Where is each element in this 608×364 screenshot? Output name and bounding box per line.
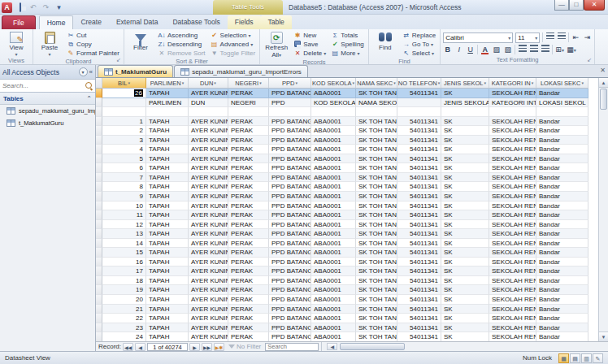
cell[interactable]: PERAK (228, 314, 269, 323)
cell[interactable]: TAPAH (146, 220, 189, 230)
bullets-icon[interactable] (545, 32, 554, 42)
row-selector[interactable] (96, 248, 102, 258)
record-search-input[interactable] (265, 343, 319, 351)
row-selector[interactable] (96, 229, 102, 239)
cell[interactable]: SEKOLAH REND (489, 258, 536, 267)
column-dropdown-icon[interactable]: ▾ (438, 80, 441, 85)
cell[interactable]: AYER KUNING (189, 192, 228, 202)
cell[interactable]: PERAK (228, 276, 269, 286)
cell[interactable]: TAPAH (146, 276, 189, 286)
row-selector[interactable] (96, 98, 102, 108)
nav-item-table[interactable]: t_MaklumatGuru (0, 117, 95, 129)
cell[interactable]: DUN (189, 98, 228, 108)
cell[interactable]: SEKOLAH REND (489, 192, 536, 202)
shutter-bar-close-icon[interactable]: « (89, 68, 93, 76)
cell[interactable]: SK TOH TANDE (356, 210, 397, 220)
cell[interactable]: 54011341 (397, 266, 441, 276)
cell[interactable]: SK TOH TANDE (356, 163, 397, 173)
section-collapse-icon[interactable]: ⌃ (86, 95, 92, 102)
cell[interactable]: LOKASI SEKOL (536, 98, 588, 108)
cell[interactable]: Bandar (536, 182, 588, 192)
cell[interactable]: Bandar (536, 295, 588, 305)
cell[interactable]: 8 (102, 182, 146, 192)
cell[interactable]: Bandar (536, 117, 588, 127)
scroll-left-icon[interactable]: ◀ (327, 343, 337, 350)
cell[interactable] (228, 107, 269, 117)
gridlines-icon[interactable]: ⊞▾ (555, 45, 564, 54)
cell[interactable]: ABA0001 (311, 220, 356, 230)
cell[interactable]: 54011341 (397, 314, 441, 323)
cell[interactable]: Bandar (536, 136, 588, 145)
ribbon-tab-home[interactable]: Home (39, 15, 74, 29)
row-selector[interactable] (96, 145, 102, 154)
ribbon-tab-external-data[interactable]: External Data (109, 15, 166, 29)
cell[interactable]: TAPAH (146, 305, 189, 314)
cell[interactable] (146, 107, 189, 117)
cell[interactable]: Bandar (536, 154, 588, 164)
cell[interactable]: AYER KUNING (189, 173, 228, 183)
align-right-icon[interactable] (541, 45, 549, 54)
cell[interactable]: PPD BATANG P (269, 126, 311, 136)
cell[interactable]: SEKOLAH REND (489, 229, 536, 239)
row-selector[interactable] (96, 173, 102, 183)
cell[interactable]: Bandar (536, 173, 588, 183)
cell[interactable]: PPD BATANG P (269, 295, 311, 305)
cell[interactable]: 54011341 (397, 220, 441, 230)
cell[interactable]: ABA0001 (311, 276, 356, 286)
cell[interactable]: Bandar (536, 285, 588, 295)
cell[interactable]: TAPAH (146, 229, 189, 239)
cell[interactable]: PPD BATANG P (269, 163, 311, 173)
cell[interactable]: 6 (102, 163, 146, 173)
cell[interactable]: 20 (102, 295, 146, 305)
cell[interactable]: SK TOH TANDE (356, 220, 397, 230)
cell[interactable]: TAPAH (146, 182, 189, 192)
cell[interactable]: SK (441, 202, 489, 211)
cell[interactable]: SEKOLAH REND (489, 154, 536, 164)
row-selector[interactable] (96, 136, 102, 145)
design-view-button[interactable]: ✎ (593, 353, 603, 363)
first-record-button[interactable]: ◀◀ (123, 343, 133, 351)
row-selector[interactable] (96, 154, 102, 164)
row-selector[interactable] (96, 285, 102, 295)
cell[interactable]: Bandar (536, 145, 588, 154)
highlight-color-icon[interactable]: ▨ (492, 45, 501, 54)
cell[interactable]: 54011341 (397, 117, 441, 127)
cell[interactable]: 54011341 (397, 285, 441, 295)
delete-record-button[interactable]: ✕Delete▾ (292, 49, 328, 58)
cell[interactable]: 17 (102, 266, 146, 276)
cell[interactable]: SEKOLAH REND (489, 266, 536, 276)
cell[interactable]: ABA0001 (311, 117, 356, 127)
cell[interactable]: AYER KUNING (189, 314, 228, 323)
cell[interactable]: SK TOH TANDE (356, 202, 397, 211)
cell[interactable]: 15 (102, 248, 146, 258)
cell[interactable]: SK TOH TANDE (356, 229, 397, 239)
cut-button[interactable]: ✂Cut (65, 31, 121, 40)
cell[interactable]: PERAK (228, 145, 269, 154)
increase-indent-icon[interactable]: ⇥ (583, 32, 592, 42)
cell[interactable]: ABA0001 (311, 210, 356, 220)
nav-search-input[interactable] (2, 82, 85, 89)
cell[interactable]: TAPAH (146, 145, 189, 154)
cell[interactable]: 12 (102, 220, 146, 230)
cell[interactable]: Bandar (536, 229, 588, 239)
cell[interactable]: SK (441, 239, 489, 249)
column-header-kod-sekola[interactable]: KOD SEKOLA▾ (311, 78, 356, 89)
cell[interactable]: 3 (102, 136, 146, 145)
cell[interactable]: SEKOLAH REND (489, 173, 536, 183)
cell[interactable]: SEKOLAH REND (489, 145, 536, 154)
cell[interactable]: SEKOLAH REND (489, 220, 536, 230)
row-selector[interactable] (96, 323, 102, 333)
spelling-button[interactable]: ✔Spelling (329, 40, 365, 49)
select-all-corner[interactable] (96, 78, 102, 89)
cell[interactable]: 9 (102, 192, 146, 202)
cell[interactable]: PPD BATANG P (269, 332, 311, 341)
cell[interactable]: PERAK (228, 192, 269, 202)
format-painter-button[interactable]: ✎Format Painter (65, 49, 121, 58)
cell[interactable]: Bandar (536, 314, 588, 323)
cell[interactable] (397, 107, 441, 117)
cell[interactable]: AYER KUNING (189, 229, 228, 239)
column-dropdown-icon[interactable]: ▾ (484, 80, 486, 85)
cell[interactable]: 13 (102, 229, 146, 239)
cell[interactable]: TAPAH (146, 202, 189, 211)
cell[interactable]: PPD BATANG P (269, 210, 311, 220)
